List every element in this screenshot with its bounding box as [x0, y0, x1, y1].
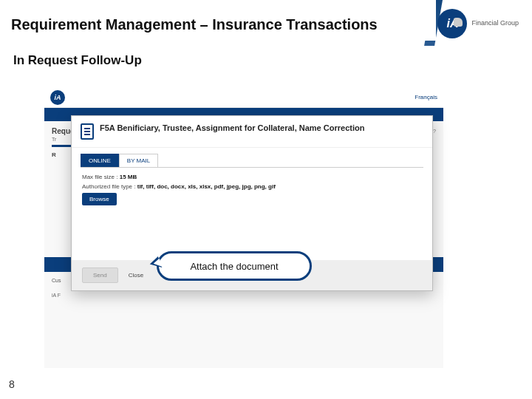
app-logo-icon: iA: [50, 90, 65, 105]
file-types-row: Authorized file type : tif, tiff, doc, d…: [82, 183, 422, 190]
app-screenshot: iA Français Request Follow-Up - F5A Need…: [44, 87, 443, 368]
types-label: Authorized file type :: [82, 183, 135, 190]
max-size-label: Max file size :: [82, 174, 117, 180]
document-icon: [81, 123, 94, 140]
customer-label: Cus: [52, 278, 61, 283]
page-number: 8: [9, 378, 15, 390]
brand-logo: iA Financial Group: [437, 9, 519, 38]
slide-title: Requirement Management – Insurance Trans…: [11, 16, 378, 33]
slide-subtitle: In Request Follow-Up: [13, 53, 142, 68]
app-logo: iA: [50, 90, 65, 105]
tab-online[interactable]: ONLINE: [81, 154, 119, 167]
browse-button[interactable]: Browse: [82, 193, 117, 205]
callout-text: Attach the document: [190, 261, 278, 272]
brand-name: Financial Group: [471, 20, 519, 27]
brand-mark-icon: iA: [437, 9, 467, 38]
max-size-value: 15 MB: [120, 174, 137, 180]
tab-by-mail[interactable]: BY MAIL: [119, 154, 158, 167]
modal-title: F5A Benificiary, Trustee, Assignment for…: [100, 123, 364, 133]
callout-attach-document: Attach the document: [157, 251, 312, 281]
send-button[interactable]: Send: [82, 267, 118, 283]
max-file-size-row: Max file size : 15 MB: [82, 174, 422, 180]
types-value: tif, tiff, doc, docx, xls, xlsx, pdf, jp…: [137, 183, 276, 190]
language-toggle[interactable]: Français: [415, 94, 437, 100]
app-footer: iA F: [52, 293, 61, 298]
close-link[interactable]: Close: [129, 272, 143, 279]
